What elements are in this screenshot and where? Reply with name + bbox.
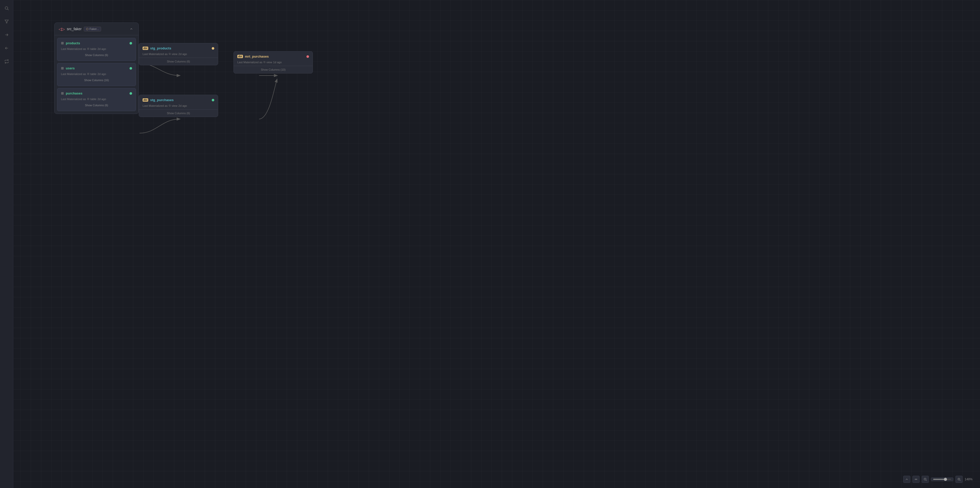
source-group-name: src_faker <box>67 27 82 31</box>
source-icon: ◁▷ <box>59 27 65 32</box>
search-icon[interactable] <box>3 4 11 12</box>
svg-point-0 <box>5 7 8 10</box>
stg-products-show-columns-btn[interactable]: Show Columns (6) <box>139 57 218 65</box>
swap-icon[interactable] <box>3 57 11 65</box>
view-icon-stg-products: ⧉ <box>169 52 171 56</box>
model-node-mrt-purchases[interactable]: dbt mrt_purchases Last Materialized as ⧉… <box>234 51 313 73</box>
purchases-meta: Last Materialized as ⊞ table 2d ago <box>61 97 132 101</box>
table-icon-purchases-small: ⊞ <box>87 97 89 101</box>
nav-up-button[interactable] <box>903 476 910 483</box>
table-node-users[interactable]: ⊞ users Last Materialized as ⊞ table 2d … <box>57 63 136 86</box>
stg-purchases-title: dbt stg_purchases <box>143 98 173 102</box>
table-node-purchases[interactable]: ⊞ purchases Last Materialized as ⊞ table… <box>57 88 136 111</box>
table-icon-small: ⊞ <box>87 47 89 51</box>
mrt-purchases-meta: Last Materialized as ⧉ view 1d ago <box>234 60 313 66</box>
svg-line-7 <box>926 480 927 481</box>
collapse-button[interactable] <box>128 26 134 32</box>
connections-svg <box>13 0 980 488</box>
back-icon[interactable] <box>3 44 11 52</box>
stg-purchases-show-columns-btn[interactable]: Show Columns (6) <box>139 109 218 117</box>
table-node-purchases-title: ⊞ purchases <box>61 91 83 95</box>
svg-marker-2 <box>5 20 8 23</box>
dbt-icon-stg-purchases: dbt <box>143 98 148 102</box>
table-node-products-title: ⊞ products <box>61 41 80 45</box>
products-status-dot <box>130 42 132 45</box>
faker-badge: ⬡ Faker... <box>84 27 101 32</box>
table-icon-users: ⊞ <box>61 66 64 70</box>
model-node-stg-purchases[interactable]: dbt stg_purchases Last Materialized as ⧉… <box>139 95 218 117</box>
zoom-percent-label: 148% <box>965 477 975 481</box>
products-meta: Last Materialized as ⊞ table 2d ago <box>61 47 132 51</box>
users-status-dot <box>130 67 132 70</box>
table-icon-purchases: ⊞ <box>61 91 64 95</box>
mrt-purchases-title: dbt mrt_purchases <box>237 54 269 58</box>
source-group-body: ⊞ products Last Materialized as ⊞ table … <box>54 35 138 114</box>
canvas[interactable]: ◁▷ src_faker ⬡ Faker... ⊞ pr <box>13 0 980 488</box>
view-icon-mrt-purchases: ⧉ <box>263 60 266 64</box>
table-node-products[interactable]: ⊞ products Last Materialized as ⊞ table … <box>57 38 136 61</box>
purchases-status-dot <box>130 92 132 95</box>
users-show-columns-btn[interactable]: Show Columns (16) <box>61 78 132 83</box>
source-group-title: ◁▷ src_faker ⬡ Faker... <box>59 27 101 32</box>
left-toolbar <box>0 0 13 488</box>
source-group-src-faker: ◁▷ src_faker ⬡ Faker... ⊞ pr <box>54 22 139 114</box>
bottom-controls: 148% <box>903 476 975 483</box>
stg-products-status-dot <box>212 47 214 50</box>
stg-purchases-meta: Last Materialized as ⧉ view 2d ago <box>139 104 218 109</box>
mrt-purchases-status-dot <box>307 55 309 58</box>
table-node-users-title: ⊞ users <box>61 66 75 70</box>
stg-purchases-status-dot <box>212 99 214 102</box>
svg-line-10 <box>960 480 961 481</box>
users-meta: Last Materialized as ⊞ table 2d ago <box>61 72 132 76</box>
model-node-stg-products[interactable]: dbt stg_products Last Materialized as ⧉ … <box>139 43 218 65</box>
table-icon-users-small: ⊞ <box>87 72 89 76</box>
table-icon-products: ⊞ <box>61 41 64 45</box>
source-group-header: ◁▷ src_faker ⬡ Faker... <box>54 23 138 35</box>
faker-icon: ⬡ <box>86 27 89 31</box>
products-show-columns-btn[interactable]: Show Columns (6) <box>61 52 132 57</box>
nav-horizontal-button[interactable] <box>912 476 920 483</box>
view-icon-stg-purchases: ⧉ <box>169 104 171 107</box>
zoom-in-button[interactable] <box>955 476 963 483</box>
filter-icon[interactable] <box>3 17 11 25</box>
dbt-icon-stg-products: dbt <box>143 47 148 50</box>
dbt-icon-mrt-purchases: dbt <box>237 55 243 58</box>
forward-icon[interactable] <box>3 31 11 39</box>
svg-line-1 <box>8 9 8 10</box>
stg-products-meta: Last Materialized as ⧉ view 2d ago <box>139 52 218 57</box>
purchases-show-columns-btn[interactable]: Show Columns (6) <box>61 103 132 108</box>
zoom-out-button[interactable] <box>922 476 929 483</box>
zoom-slider[interactable] <box>933 479 951 480</box>
stg-products-title: dbt stg_products <box>143 46 171 50</box>
mrt-purchases-show-columns-btn[interactable]: Show Columns (10) <box>234 66 313 73</box>
zoom-slider-container <box>931 477 953 481</box>
